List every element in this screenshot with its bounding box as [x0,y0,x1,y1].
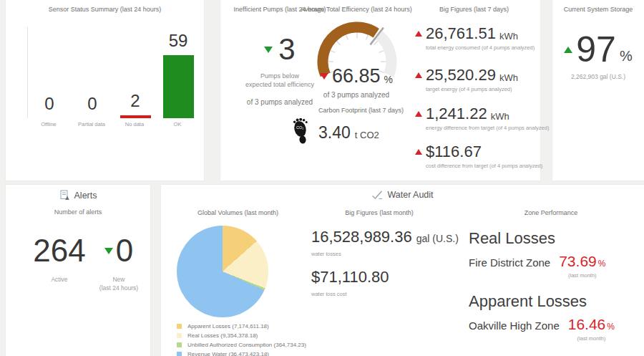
axis-label-partial-data: Partial data [70,121,113,128]
big-figure-caption: total energy consumed (of 4 pumps analyz… [426,44,538,51]
big-figure-energy-difference: 1,241.22 kWh energy difference from targ… [415,106,538,131]
water-audit-header: Water Audit [161,190,644,200]
bar-no-data [120,115,151,118]
bar-axis-labels: Offline Partial data No data OK [27,121,199,128]
pie-legend: Apparent Losses (7,174,611.18) Real Loss… [177,323,306,356]
bar-column-ok: 59 [157,27,200,118]
bar-column-no-data: 2 [114,27,157,118]
bar-value: 2 [130,92,140,110]
alert-document-icon [59,190,70,201]
apparent-losses-heading: Apparent Losses [469,292,587,311]
legend-item-apparent-losses: Apparent Losses (7,174,611.18) [177,323,306,329]
sensor-status-panel: Sensor Status Summary (last 24 hours) 0 … [6,0,204,181]
bar-column-offline: 0 [28,27,71,118]
zone-name: Oakville High Zone [469,319,560,332]
efficiency-subtext: of 3 pumps analyzed [299,91,414,99]
sensor-status-bar-chart: 0 0 2 59 [27,27,200,118]
zone-value-unit: % [607,322,615,332]
storage-subtext: 2,262,903 gal (U.S.) [552,73,644,80]
big-figure-unit: kWh [491,111,509,122]
big-figure-caption: target energy (of 4 pumps analyzed) [426,86,538,92]
efficiency-value-row: 66.85 % [299,67,414,86]
active-alerts-value: 264 [33,235,85,266]
new-sublabel: (last 24 hours) [95,284,142,292]
water-losses-unit: gal (U.S.) [416,233,459,244]
storage-title: Current System Storage [552,6,644,13]
big-figure-caption: cost difference from target (of 4 pumps … [426,163,538,169]
zone-value: 73.69 [559,253,597,269]
legend-label: Real Losses (9,354,378.18) [187,332,258,339]
alerts-header: Alerts [6,190,150,201]
trend-up-red-icon [415,111,422,117]
zone-performance-title: Zone Performance [469,209,633,216]
water-losses-row: 16,528,989.36 gal (U.S.) [311,229,459,245]
water-loss-cost-caption: water loss cost [311,291,347,297]
big-figure-total-energy: 26,761.51 kWh total energy consumed (of … [415,26,538,51]
efficiency-title: Average Total Efficiency (last 24 hours) [292,6,421,13]
carbon-footprint-title: Carbon Footprint (last 7 days) [318,107,404,114]
zone-value-unit: % [598,259,606,269]
carbon-unit: t CO2 [355,130,379,140]
legend-swatch [177,333,182,338]
water-audit-header-label: Water Audit [387,190,433,200]
big-figure-value: 26,761.51 [426,26,496,42]
footprint-icon: CO₂ [293,118,310,145]
new-alerts-row: 0 [95,235,142,266]
big-figure-row: $116.67 [415,144,538,160]
storage-value-row: 97 % [552,32,644,67]
efficiency-value: 66.85 [332,67,381,86]
big-figure-target-energy: 25,520.29 kWh target energy (of 4 pumps … [415,67,538,92]
bar-value: 0 [87,95,97,112]
big-figure-cost-difference: $116.67 cost difference from target (of … [415,144,538,169]
bar-ok [163,55,194,118]
big-figure-row: 26,761.51 kWh [415,26,538,42]
storage-value: 97 [576,32,616,67]
big-figure-caption: energy difference from target (of 4 pump… [426,125,538,131]
real-losses-heading: Real Losses [469,229,555,248]
active-alerts-label: Active [24,275,95,284]
system-storage-panel: Current System Storage 97 % 2,262,903 ga… [552,0,644,181]
global-volumes-pie-chart [177,226,268,317]
water-audit-panel: Water Audit Global Volumes (last month) … [161,185,644,356]
bar-value: 59 [169,32,188,49]
legend-label: Unbilled Authorized Consumption (364,734… [187,342,306,348]
efficiency-unit: % [384,74,393,85]
trend-up-green-icon [564,47,572,53]
real-losses-zone-row: Fire District Zone 73.69% (last month) [469,254,605,279]
legend-item-real-losses: Real Losses (9,354,378.18) [177,332,306,339]
trend-down-green-icon [264,47,273,53]
big-figure-unit: kWh [499,72,518,83]
zone-value-block: 73.69% (last month) [559,254,605,279]
big-figure-row: 25,520.29 kWh [415,67,538,83]
storage-unit: % [620,48,633,64]
zone-caption: (last month) [568,335,615,342]
big-figure-unit: kWh [499,31,518,42]
carbon-value-row: 3.40 t CO2 [318,125,379,141]
inefficient-pumps-subtext: of 3 pumps analyzed [226,98,333,106]
water-losses-value: 16,528,989.36 [311,229,412,245]
active-alerts-row: 264 [24,235,95,266]
legend-label: Revenue Water (36,473,423.18) [187,351,269,356]
big-figures-7d-title: Big Figures (last 7 days) [415,6,533,13]
big-figure-value: 1,241.22 [426,106,487,122]
legend-label: Apparent Losses (7,174,611.18) [187,323,269,329]
inefficient-pumps-value: 3 [278,34,295,64]
water-loss-cost-row: $71,110.80 [311,269,389,285]
sensor-status-title: Sensor Status Summary (last 24 hours) [6,6,204,13]
water-loss-cost-value: $71,110.80 [311,268,389,286]
legend-item-unbilled-authorized-consumption: Unbilled Authorized Consumption (364,734… [177,342,306,348]
new-alerts-value: 0 [116,235,133,266]
trend-up-red-icon [415,31,422,37]
legend-swatch [177,342,182,347]
legend-swatch [177,324,182,329]
apparent-losses-zone-row: Oakville High Zone 16.46% (last month) [469,317,615,342]
zone-value-block: 16.46% (last month) [568,317,615,342]
audit-check-icon [371,191,383,200]
water-losses-caption: water losses [311,251,341,257]
zone-caption: (last month) [559,272,605,279]
trend-up-red-icon [415,149,422,155]
global-volumes-title: Global Volumes (last month) [161,209,315,216]
bar-value: 0 [44,95,54,112]
alerts-subtitle: Number of alerts [6,208,150,216]
new-alerts-label: New (last 24 hours) [95,275,142,293]
